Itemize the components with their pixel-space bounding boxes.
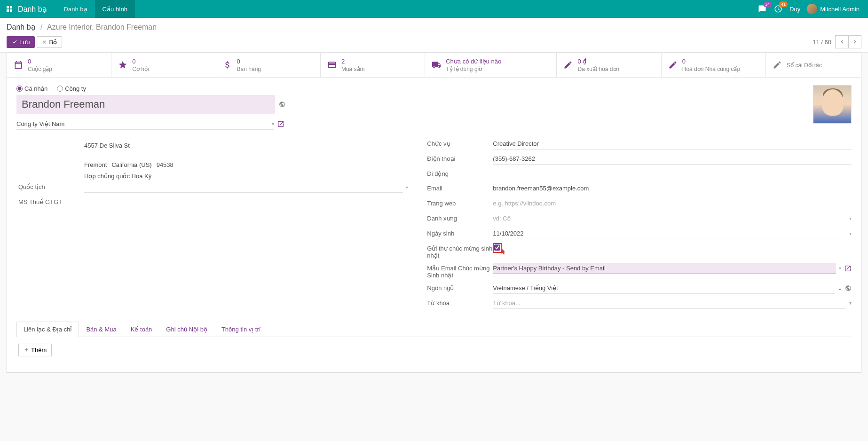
dollar-icon — [223, 60, 232, 70]
chevron-down-icon: ▾ — [406, 185, 408, 190]
stat-meetings[interactable]: 0Cuộc gặp — [7, 53, 111, 77]
address-block[interactable]: 4557 De Silva St Fremont California (US)… — [18, 138, 408, 181]
label-nationality: Quốc tịch — [18, 181, 84, 190]
truck-icon — [432, 60, 441, 70]
pager-position: 11 / 60 — [813, 39, 831, 46]
mobile-input[interactable] — [493, 168, 852, 179]
card-icon — [327, 60, 337, 70]
address-country: Hợp chủng quốc Hoa Kỳ — [84, 171, 408, 181]
chevron-down-icon: ▾ — [849, 300, 852, 306]
chevron-down-icon: ▾ — [839, 266, 841, 271]
breadcrumb-bar: Danh bạ / Azure Interior, Brandon Freema… — [0, 18, 868, 53]
address-street: 4557 De Silva St — [84, 140, 408, 151]
vat-input[interactable] — [84, 197, 408, 207]
avatar-icon — [807, 4, 817, 14]
star-icon — [118, 60, 127, 70]
label-job: Chức vụ — [427, 138, 493, 147]
stat-partner-ledger[interactable]: Sổ cái Đối tác — [766, 53, 861, 77]
form-tabs: Liên lạc & Địa chỉ Bán & Mua Kế toán Ghi… — [16, 321, 852, 337]
address-city: Fremont — [84, 159, 107, 170]
navbar: Danh bạ Danh bạ Cấu hình 14 41 Duy Mitch… — [0, 0, 868, 18]
brand[interactable]: Danh bạ — [18, 5, 47, 14]
messages-icon[interactable]: 14 — [758, 4, 767, 14]
company-selector[interactable]: Duy — [789, 6, 800, 13]
stat-sales[interactable]: 0Bán hàng — [216, 53, 321, 77]
chevron-down-icon: ▾ — [272, 121, 274, 126]
phone-input[interactable] — [493, 153, 852, 165]
address-zip: 94538 — [157, 159, 174, 170]
add-button[interactable]: Thêm — [18, 344, 52, 356]
stat-vendor-bills[interactable]: 0Hoá đơn Nhà cung cấp — [662, 53, 766, 77]
label-tags: Từ khóa — [427, 298, 493, 307]
apps-icon[interactable] — [7, 6, 12, 12]
birthday-template-select[interactable] — [493, 263, 836, 274]
user-menu[interactable]: Mitchell Admin — [807, 4, 860, 14]
nationality-select[interactable] — [84, 181, 403, 193]
edit-icon — [563, 60, 573, 70]
nav-tab-contacts[interactable]: Danh bạ — [56, 0, 95, 18]
address-state: California (US) — [111, 159, 151, 170]
activities-badge: 41 — [779, 1, 788, 7]
label-vat: MS Thuế GTGT — [18, 197, 84, 205]
calendar-icon — [14, 60, 23, 70]
cursor-arrow-icon — [499, 248, 507, 255]
globe-icon[interactable] — [845, 285, 852, 291]
nav-tab-config[interactable]: Cấu hình — [95, 0, 135, 18]
external-link-icon[interactable] — [844, 265, 852, 272]
title-select[interactable] — [493, 213, 846, 224]
job-input[interactable] — [493, 138, 852, 150]
activities-icon[interactable]: 41 — [773, 4, 783, 14]
label-website: Trang web — [427, 198, 493, 207]
radio-company[interactable]: Công ty — [57, 85, 86, 92]
stat-invoiced[interactable]: 0 ₫Đã xuất hoá đơn — [557, 53, 661, 77]
pager-next[interactable] — [848, 35, 861, 48]
chevron-down-icon: ▾ — [849, 216, 852, 221]
label-email: Email — [427, 183, 493, 192]
email-input[interactable] — [493, 183, 852, 194]
tab-geo[interactable]: Thông tin vị trí — [214, 322, 268, 337]
name-input[interactable] — [16, 95, 275, 114]
label-phone: Điện thoại — [427, 153, 493, 162]
stat-row: 0Cuộc gặp 0Cơ hội 0Bán hàng 2Mua sắm Chư… — [7, 53, 861, 78]
stat-purchases[interactable]: 2Mua sắm — [321, 53, 425, 77]
company-select[interactable]: Công ty Việt Nam ▾ — [16, 118, 274, 130]
label-send-birthday: Gửi thư chúc mừng sinh nhật — [427, 243, 493, 259]
discard-button[interactable]: Bỏ — [37, 36, 62, 48]
partner-photo[interactable] — [813, 85, 852, 124]
tab-contacts[interactable]: Liên lạc & Địa chỉ — [16, 322, 79, 337]
label-title: Danh xưng — [427, 213, 493, 222]
messages-badge: 14 — [763, 1, 772, 7]
label-birthday-template: Mẫu Email Chúc mừng Sinh nhật — [427, 263, 493, 279]
pager-prev[interactable] — [835, 35, 848, 48]
stat-opportunities[interactable]: 0Cơ hội — [111, 53, 216, 77]
website-input[interactable] — [493, 198, 852, 209]
chevron-down-icon: ⌄ — [837, 285, 842, 291]
tags-input[interactable] — [493, 298, 846, 309]
chevron-down-icon: ▾ — [849, 231, 852, 236]
label-language: Ngôn ngữ — [427, 283, 493, 291]
tab-sales-purchase[interactable]: Bán & Mua — [79, 322, 123, 337]
edit-icon — [773, 60, 782, 70]
tab-notes[interactable]: Ghi chú Nội bộ — [159, 322, 214, 337]
form-sheet: 0Cuộc gặp 0Cơ hội 0Bán hàng 2Mua sắm Chư… — [7, 53, 861, 373]
plus-icon — [24, 347, 29, 353]
tab-accounting[interactable]: Kế toán — [124, 322, 159, 337]
globe-icon[interactable] — [279, 101, 285, 108]
label-mobile: Di động — [427, 168, 493, 177]
stat-ontime[interactable]: Chưa có dữ liệu nàoTỷ lệ đúng giờ — [425, 53, 557, 77]
radio-individual[interactable]: Cá nhân — [16, 85, 47, 92]
birthday-input[interactable] — [493, 228, 846, 239]
external-link-icon[interactable] — [277, 120, 284, 128]
save-button[interactable]: Lưu — [7, 36, 35, 48]
language-select[interactable]: Vietnamese / Tiếng Việt — [493, 283, 835, 294]
breadcrumb-current: Azure Interior, Brandon Freeman — [47, 23, 157, 31]
edit-icon — [668, 60, 678, 70]
label-birthday: Ngày sinh — [427, 228, 493, 237]
breadcrumb: Danh bạ / Azure Interior, Brandon Freema… — [7, 23, 861, 32]
breadcrumb-root[interactable]: Danh bạ — [7, 23, 36, 31]
user-name: Mitchell Admin — [820, 6, 860, 13]
